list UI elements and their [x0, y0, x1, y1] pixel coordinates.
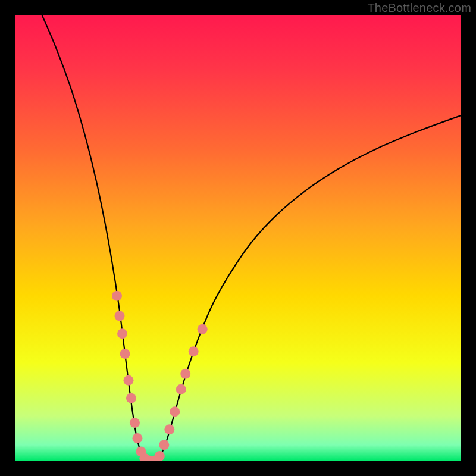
watermark-text: TheBottleneck.com — [367, 1, 471, 15]
chart-background-gradient — [15, 15, 461, 461]
svg-rect-0 — [15, 15, 461, 461]
chart-frame — [15, 15, 461, 461]
